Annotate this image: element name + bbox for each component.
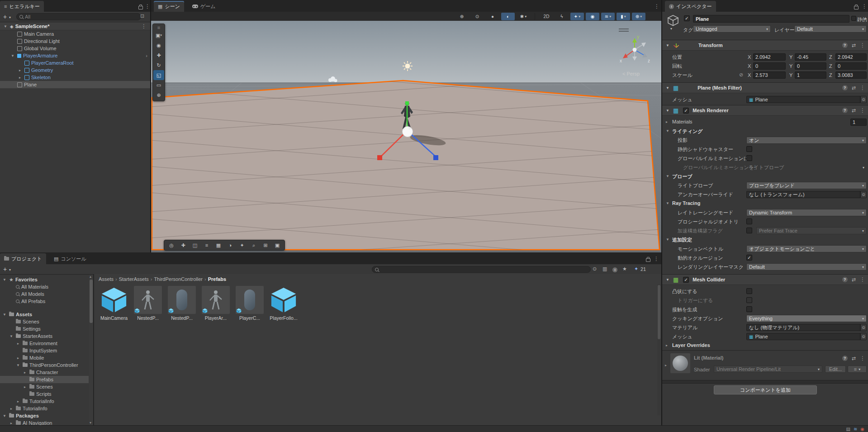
static-caret-icon[interactable]: ▾ — [864, 17, 866, 21]
asset-item-nestedp-[interactable]: NestedP... — [132, 286, 164, 321]
project-pane-scrollbar[interactable] — [657, 284, 661, 415]
位置-x-field[interactable]: 2.0942 — [753, 53, 786, 61]
updates-icon[interactable]: ✦ — [634, 266, 638, 271]
asset-item-maincamera[interactable]: MainCamera — [98, 286, 130, 321]
layout-overlay-icon[interactable]: ≡ — [201, 241, 213, 250]
wireframe-globe-icon[interactable]: ⊕ — [455, 13, 469, 20]
project-tree-item-all-prefabs[interactable]: All Prefabs — [0, 298, 89, 305]
foldout-icon[interactable]: ▼ — [666, 129, 669, 133]
foldout-icon[interactable]: ▸ — [15, 399, 21, 404]
project-tree-item-starterassets[interactable]: ▼StarterAssets — [0, 332, 89, 340]
row-dropdown[interactable]: ライトプローブ▾ — [746, 164, 867, 171]
project-tree-item-inputsystem[interactable]: InputSystem — [0, 347, 89, 354]
asset-item-playerc-[interactable]: PlayerC... — [233, 286, 266, 321]
component-menu-icon[interactable]: ⋮ — [860, 85, 865, 91]
project-tree-item-scenes[interactable]: ▸Scenes — [0, 383, 89, 390]
inspector-menu-icon[interactable]: ⋮ — [862, 3, 867, 9]
foldout-icon[interactable]: ▸ — [17, 68, 23, 72]
active-checkbox[interactable] — [684, 15, 690, 21]
位置-y-field[interactable]: -0.45 — [795, 53, 826, 61]
project-menu-icon[interactable]: ⋮ — [654, 256, 659, 262]
スケール-x-field[interactable]: 2.573 — [753, 71, 786, 79]
project-tree-item-prefabs[interactable]: Prefabs — [0, 376, 89, 383]
scene-viewport[interactable]: y x z < Persp ≡▣▾◉✚↻◱▭⊕ ◎✚◫≡▦◑✦⌕⊞▣ — [151, 21, 661, 252]
位置-z-field[interactable]: 2.0942 — [835, 53, 867, 61]
foldout-icon[interactable]: ▼ — [9, 334, 14, 338]
overlay-toggle-icon[interactable]: ▮▾ — [617, 13, 630, 20]
add-object-button[interactable]: + — [3, 13, 7, 20]
grid-status-icon[interactable]: ▤ — [846, 427, 850, 432]
mesh-renderer-header[interactable]: ▼ ▦ Mesh Renderer ? ⇄ ⋮ — [662, 105, 868, 116]
tab-scene[interactable]: ▦ シーン — [154, 1, 184, 12]
project-tree-item-settings[interactable]: Settings — [0, 325, 89, 332]
presets-icon[interactable]: ⇄ — [852, 43, 856, 48]
row-dropdown[interactable]: オン▾ — [746, 137, 867, 144]
material-preview[interactable] — [670, 353, 690, 373]
回転-x-field[interactable]: 0 — [753, 62, 786, 70]
grid-visibility-icon[interactable]: ≋▾ — [601, 13, 615, 20]
foldout-icon[interactable]: ▼ — [2, 414, 7, 418]
help-icon[interactable]: ? — [842, 85, 848, 90]
component-menu-icon[interactable]: ⋮ — [860, 107, 865, 114]
gizmos-dropdown-icon[interactable]: ⊕▾ — [632, 13, 645, 20]
grid-overlay-icon[interactable]: ▦ — [213, 241, 224, 250]
foldout-icon[interactable]: ▸ — [666, 343, 668, 347]
foldout-icon[interactable]: ▼ — [2, 278, 7, 282]
foldout-icon[interactable]: ▸ — [9, 421, 14, 425]
transform-header[interactable]: ▼ Transform ? ⇄ ⋮ — [662, 40, 868, 51]
project-tree-item-mobile[interactable]: ▸Mobile — [0, 354, 89, 361]
static-checkbox[interactable] — [851, 16, 856, 21]
fx-toggle-icon[interactable]: ✦▾ — [570, 13, 584, 20]
effects-dropdown-icon[interactable]: ✱▾ — [517, 13, 530, 20]
breadcrumb-thirdpersoncontroller[interactable]: ThirdPersonController — [154, 276, 203, 282]
project-tree-item-all-models[interactable]: All Models — [0, 290, 89, 298]
rect-tool-icon[interactable]: ▭ — [153, 80, 164, 90]
tab-hierarchy[interactable]: ≡ ヒエラルキー — [0, 1, 44, 12]
スケール-y-field[interactable]: 1 — [795, 71, 826, 79]
clip-overlay-icon[interactable]: ◫ — [189, 241, 201, 250]
help-icon[interactable]: ? — [842, 108, 848, 113]
transform-tool-icon[interactable]: ⊕ — [153, 90, 164, 100]
hierarchy-item-geometry[interactable]: ▸Geometry — [0, 66, 150, 74]
search-label-icon[interactable]: ▥ — [602, 266, 607, 271]
hierarchy-item-skeleton[interactable]: ▸Skeleton — [0, 74, 150, 81]
create-asset-caret-icon[interactable]: ▾ — [9, 268, 11, 272]
row-dropdown[interactable]: Default▾ — [746, 263, 867, 271]
rotate-tool-icon[interactable]: ↻ — [153, 60, 164, 70]
row-checkbox[interactable] — [746, 218, 752, 224]
shader-edit-button[interactable]: Edit... — [825, 366, 846, 373]
project-tree-item-character[interactable]: ▸Character — [0, 369, 89, 376]
camera-overlay-icon[interactable]: ▣ — [271, 241, 283, 250]
hierarchy-menu-icon[interactable]: ⋮ — [145, 3, 150, 9]
scene-lighting-icon[interactable]: ◐ — [501, 13, 515, 20]
回転-y-field[interactable]: 0 — [795, 62, 826, 70]
presets-icon[interactable]: ⇄ — [852, 277, 856, 283]
2d-toggle-icon[interactable]: 2D — [540, 13, 553, 20]
project-search-input[interactable] — [372, 266, 591, 273]
tab-inspector[interactable]: i インスペクター — [665, 1, 716, 12]
mesh-filter-header[interactable]: ▼ ▦ Plane (Mesh Filter) ? ⇄ ⋮ — [662, 82, 868, 93]
material-menu-icon[interactable]: ⋮ — [860, 355, 865, 361]
回転-z-field[interactable]: 0 — [835, 62, 867, 70]
foldout-icon[interactable]: ▼ — [15, 363, 21, 367]
project-tree-item-tutorialinfo[interactable]: ▸TutorialInfo — [0, 405, 89, 412]
project-tree-scrollbar[interactable]: ▴ ▾ — [89, 275, 93, 425]
contrast-overlay-icon[interactable]: ◑ — [224, 241, 236, 250]
row-dropdown[interactable]: オブジェクトモーションごと▾ — [746, 245, 867, 252]
tab-project[interactable]: プロジェクト — [0, 253, 46, 264]
network-status-icon[interactable]: ≋ — [854, 427, 857, 432]
hierarchy-item-samplescene-[interactable]: ▼◈SampleScene*⋮ — [0, 23, 150, 30]
project-tree-item-environment[interactable]: ▸Environment — [0, 340, 89, 347]
hierarchy-item-global-volume[interactable]: Global Volume — [0, 45, 150, 52]
project-tree-item-scenes[interactable]: Scenes — [0, 318, 89, 325]
project-tree-item-tutorialinfo[interactable]: ▸TutorialInfo — [0, 398, 89, 405]
row-checkbox[interactable] — [746, 228, 752, 233]
visibility-toggle-icon[interactable]: ◉ — [586, 13, 599, 20]
row-checkbox[interactable] — [746, 288, 752, 294]
project-lock-icon[interactable] — [646, 258, 650, 262]
add-object-caret-icon[interactable]: ▾ — [9, 15, 11, 19]
row-dropdown[interactable]: プローブをブレンド▾ — [746, 182, 867, 189]
スケール-z-field[interactable]: 3.0083 — [835, 71, 867, 79]
foldout-icon[interactable]: ▼ — [10, 54, 15, 58]
project-tree-item-packages[interactable]: ▼Packages — [0, 412, 89, 419]
